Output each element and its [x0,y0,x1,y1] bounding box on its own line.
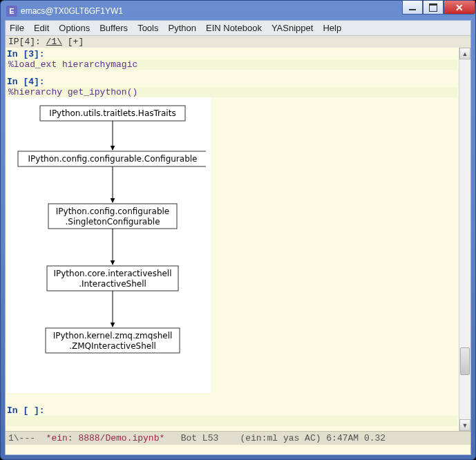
header-prefix: IP[4]: [8,37,46,47]
node-zmqshell: IPython.kernel.zmq.zmqshell .ZMQInteract… [46,328,180,353]
window-frame: E emacs@TX0GLT6GF1YW1 File Edit Options … [0,0,476,460]
svg-text:.ZMQInteractiveShell: .ZMQInteractiveShell [69,341,156,351]
cell-4: In [4]: %hierarchy get_ipython() [7,77,457,393]
menu-buffers[interactable]: Buffers [99,23,128,33]
code-line-4[interactable]: %hierarchy get_ipython() [7,87,457,97]
menu-file[interactable]: File [10,23,24,33]
svg-text:IPython.config.configurable.Co: IPython.config.configurable.Configurable [28,154,198,164]
header-add[interactable]: [+] [62,37,84,47]
svg-text:IPython.config.configurable: IPython.config.configurable [56,207,169,216]
window-controls [402,1,475,15]
node-hastraits: IPython.utils.traitlets.HasTraits [40,106,185,121]
svg-text:.SingletonConfigurable: .SingletonConfigurable [65,217,160,227]
vertical-scrollbar[interactable]: ▲ ▼ [459,48,470,431]
scroll-thumb[interactable] [460,347,470,375]
client-area: File Edit Options Buffers Tools Python E… [5,20,471,455]
menu-python[interactable]: Python [168,23,196,33]
close-button[interactable] [444,1,475,15]
minibuffer[interactable] [6,445,470,454]
node-configurable: IPython.config.configurable.Configurable [18,151,206,166]
hierarchy-svg: IPython.utils.traitlets.HasTraits IPytho… [12,104,206,381]
code-line-3[interactable]: %load_ext hierarchymagic [7,59,457,70]
menu-tools[interactable]: Tools [137,23,158,33]
modeline-buffer: *ein: 8888/Demo.ipynb* [46,433,165,443]
svg-text:.InteractiveShell: .InteractiveShell [79,279,146,289]
menu-ein-notebook[interactable]: EIN Notebook [206,23,262,33]
svg-text:IPython.kernel.zmq.zmqshell: IPython.kernel.zmq.zmqshell [53,331,173,341]
scroll-down-button[interactable]: ▼ [459,419,470,431]
window-title: emacs@TX0GLT6GF1YW1 [21,6,123,16]
modeline: 1\--- *ein: 8888/Demo.ipynb* Bot L53 (ei… [6,431,470,445]
emacs-icon: E [6,6,17,17]
menu-options[interactable]: Options [59,23,90,33]
prompt-in-empty: In [ ]: [7,405,457,416]
scroll-up-button[interactable]: ▲ [459,48,470,59]
node-interactiveshell: IPython.core.interactiveshell .Interacti… [47,266,178,291]
content-wrap: In [3]: %load_ext hierarchymagic In [4]:… [6,48,470,431]
minimize-button[interactable] [402,1,423,15]
header-tab[interactable]: /1\ [46,37,62,47]
scroll-track[interactable] [459,59,470,419]
titlebar[interactable]: E emacs@TX0GLT6GF1YW1 [5,5,471,20]
prompt-in-4: In [4]: [7,77,457,87]
node-singleton: IPython.config.configurable .SingletonCo… [48,204,177,229]
svg-text:IPython.core.interactiveshell: IPython.core.interactiveshell [53,269,171,278]
code-line-empty[interactable] [7,416,457,426]
menubar: File Edit Options Buffers Tools Python E… [6,21,470,36]
menu-help[interactable]: Help [323,23,341,33]
buffer-content[interactable]: In [3]: %load_ext hierarchymagic In [4]:… [6,48,459,431]
prompt-in-3: In [3]: [7,49,457,59]
hierarchy-diagram: IPython.utils.traitlets.HasTraits IPytho… [7,97,211,393]
cell-3: In [3]: %load_ext hierarchymagic [7,49,457,70]
header-line: IP[4]: /1\ [+] [6,36,470,48]
svg-text:IPython.utils.traitlets.HasTra: IPython.utils.traitlets.HasTraits [49,108,175,118]
maximize-button[interactable] [423,1,444,15]
menu-yasnippet[interactable]: YASnippet [272,23,313,33]
cell-empty: In [ ]: [7,405,457,426]
menu-edit[interactable]: Edit [34,23,49,33]
modeline-left: 1\--- [8,433,46,443]
modeline-rest: Bot L53 (ein:ml yas AC) 6:47AM 0.32 [164,433,385,443]
